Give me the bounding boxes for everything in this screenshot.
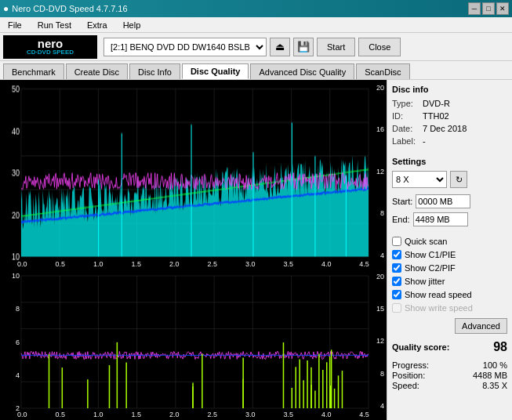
menu-extra[interactable]: Extra [82,19,112,31]
chart2-x-axis: 0.00.51.01.52.02.53.03.54.04.5 [2,411,385,418]
eject-button[interactable]: ⏏ [270,38,290,56]
close-disc-button[interactable]: Close [358,38,401,56]
show-write-speed-label: Show write speed [405,303,473,313]
show-jitter-label: Show jitter [405,277,445,286]
speed-refresh-button[interactable]: ↻ [450,171,467,188]
disc-info-title: Disc info [392,85,507,94]
speed-row2: Speed: 8.35 X [392,381,507,390]
show-jitter-row: Show jitter [392,277,507,286]
type-label: Type: [392,99,419,108]
show-write-speed-row: Show write speed [392,303,507,313]
show-c1pie-label: Show C1/PIE [405,250,456,259]
save-button[interactable]: 💾 [293,38,314,56]
id-value: TTH02 [423,111,449,121]
progress-row: Progress: 100 % [392,360,507,370]
title-bar-controls[interactable]: ─ □ ✕ [468,2,509,15]
type-value: DVD-R [423,99,450,108]
disc-label-label: Label: [392,136,419,146]
id-label: ID: [392,111,419,121]
menu-run-test[interactable]: Run Test [33,19,76,31]
app-logo: nero CD·DVD SPEED [3,35,97,59]
tab-create-disc[interactable]: Create Disc [66,63,128,79]
charts-area: 20 16 12 8 4 0.00.51.01.52.02.53.03.54.0… [0,80,387,420]
tab-benchmark[interactable]: Benchmark [3,63,64,79]
id-row: ID: TTH02 [392,111,507,121]
position-label: Position: [392,371,425,380]
menu-file[interactable]: File [3,19,27,31]
right-panel: Disc info Type: DVD-R ID: TTH02 Date: 7 … [387,80,512,420]
chart1-x-axis: 0.00.51.01.52.02.53.03.54.04.5 [2,260,385,268]
start-mb-input[interactable] [416,194,470,208]
show-read-speed-checkbox[interactable] [392,290,401,299]
title-bar: ● Nero CD-DVD Speed 4.7.7.16 ─ □ ✕ [0,0,512,17]
start-mb-label: Start: [392,197,412,206]
show-c1pie-row: Show C1/PIE [392,250,507,259]
logo-subtitle-text: CD·DVD SPEED [27,49,74,56]
app-title: Nero CD-DVD Speed 4.7.7.16 [12,4,127,13]
tab-disc-quality[interactable]: Disc Quality [182,63,249,79]
chart2-y-axis-right: 20 15 12 8 4 [369,271,384,411]
chart1-container: 20 16 12 8 4 [2,82,384,261]
show-read-speed-row: Show read speed [392,290,507,299]
chart1-canvas [2,82,384,261]
app-icon: ● [3,3,9,14]
start-button[interactable]: Start [317,38,355,56]
disc-label-row: Label: - [392,136,507,146]
main-content: 20 16 12 8 4 0.00.51.01.52.02.53.03.54.0… [0,80,512,420]
show-c2pif-checkbox[interactable] [392,263,401,273]
show-c1pie-checkbox[interactable] [392,250,401,259]
show-jitter-checkbox[interactable] [392,277,401,286]
show-c2pif-label: Show C2/PIF [405,263,456,273]
chart2-container: 20 15 12 8 4 [2,271,384,411]
end-mb-row: End: [392,212,507,226]
drive-selector[interactable]: [2:1] BENQ DVD DD DW1640 BSLB [103,38,267,56]
tabs-bar: Benchmark Create Disc Disc Info Disc Qua… [0,61,512,80]
toolbar: nero CD·DVD SPEED [2:1] BENQ DVD DD DW16… [0,33,512,61]
start-mb-row: Start: [392,194,507,208]
tab-disc-info[interactable]: Disc Info [129,63,180,79]
quick-scan-row: Quick scan [392,237,507,246]
advanced-button[interactable]: Advanced [455,318,507,334]
speed-value2: 8.35 X [482,381,507,390]
quality-score-row: Quality score: 98 [392,340,507,354]
date-label: Date: [392,124,419,133]
speed-select[interactable]: 8 X Maximum 4 X 12 X 16 X [392,171,447,188]
quick-scan-checkbox[interactable] [392,237,401,246]
chart2-canvas [2,271,384,411]
show-c2pif-row: Show C2/PIF [392,263,507,273]
date-value: 7 Dec 2018 [423,124,467,133]
minimize-button[interactable]: ─ [468,2,481,15]
end-mb-input[interactable] [413,212,468,226]
progress-section: Progress: 100 % Position: 4488 MB Speed:… [392,360,507,391]
menu-bar: File Run Test Extra Help [0,17,512,33]
speed-label2: Speed: [392,381,419,390]
speed-row: 8 X Maximum 4 X 12 X 16 X ↻ [392,171,507,188]
settings-title: Settings [392,157,507,166]
logo-nero-text: nero [38,38,64,49]
title-bar-left: ● Nero CD-DVD Speed 4.7.7.16 [3,3,128,14]
show-write-speed-checkbox[interactable] [392,303,401,313]
quick-scan-label: Quick scan [405,237,447,246]
tab-advanced-disc-quality[interactable]: Advanced Disc Quality [250,63,354,79]
progress-value: 100 % [483,360,507,370]
maximize-button[interactable]: □ [482,2,495,15]
type-row: Type: DVD-R [392,99,507,108]
tab-scandisc[interactable]: ScanDisc [356,63,409,79]
date-row: Date: 7 Dec 2018 [392,124,507,133]
quality-score-value: 98 [493,340,507,354]
progress-label: Progress: [392,360,429,370]
show-read-speed-label: Show read speed [405,290,472,299]
end-mb-label: End: [392,215,410,224]
quality-score-label: Quality score: [392,342,449,352]
position-value: 4488 MB [473,371,507,380]
disc-label-value: - [423,136,426,146]
position-row: Position: 4488 MB [392,371,507,380]
menu-help[interactable]: Help [118,19,146,31]
chart1-y-axis-right: 20 16 12 8 4 [369,82,384,261]
close-button[interactable]: ✕ [496,2,509,15]
